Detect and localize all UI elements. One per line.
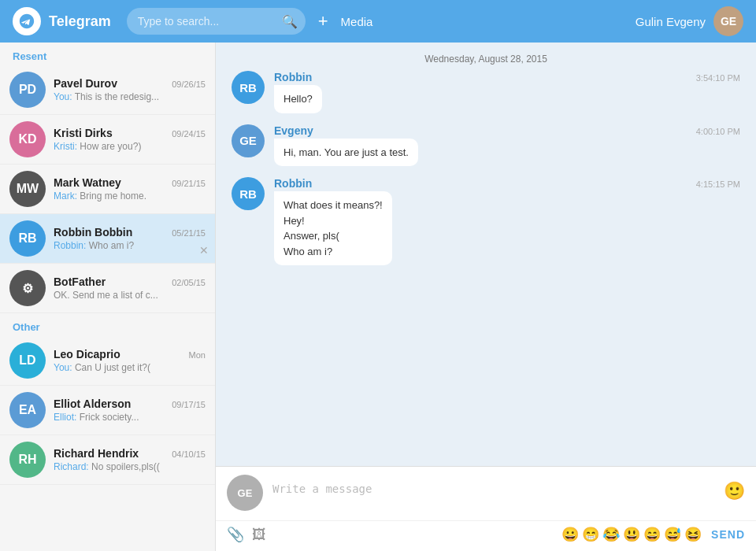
chat-input-area: GE 🙂 📎 🖼 😀😁😂😃😄😅😆 SEND xyxy=(216,466,756,551)
chat-item-pavel-durov[interactable]: PDPavel Durov09/26/15You: This is the re… xyxy=(0,65,215,115)
chat-date: 09/21/15 xyxy=(172,179,206,188)
chat-name: Mark Watney xyxy=(54,176,121,189)
other-chats-list: LDLeo DicaprioMonYou: Can U just get it?… xyxy=(0,336,215,485)
chat-name: Elliot Alderson xyxy=(54,398,131,410)
input-bottom: 📎 🖼 😀😁😂😃😄😅😆 SEND xyxy=(216,520,756,551)
message-msg3: RBRobbin4:15:15 PMWhat does it means?!He… xyxy=(232,177,740,265)
recent-chats-list: PDPavel Durov09/26/15You: This is the re… xyxy=(0,65,215,313)
message-sender: Evgeny xyxy=(274,124,313,137)
chat-item-mark-watney[interactable]: MWMark Watney09/21/15Mark: Bring me home… xyxy=(0,165,215,214)
emoji-item[interactable]: 😁 xyxy=(582,526,599,543)
close-chat-button[interactable]: ✕ xyxy=(199,244,209,257)
chat-preview: Richard: No spoilers,pls(( xyxy=(54,461,206,472)
chat-date: 09/24/15 xyxy=(172,129,206,139)
input-sender-avatar: GE xyxy=(227,475,263,511)
chat-date: 04/10/15 xyxy=(172,449,206,459)
emoji-item[interactable]: 😂 xyxy=(602,526,620,543)
emoji-item[interactable]: 😄 xyxy=(643,526,661,543)
search-icon[interactable]: 🔍 xyxy=(282,14,298,29)
chat-avatar: PD xyxy=(9,72,46,108)
chat-avatar: RH xyxy=(9,442,46,478)
messages-container: RBRobbin3:54:10 PMHello?GEEvgeny4:00:10 … xyxy=(216,71,756,466)
message-msg2: GEEvgeny4:00:10 PMHi, man. You are just … xyxy=(232,124,740,167)
chat-date: 05/21/15 xyxy=(172,228,206,238)
chat-name: Leo Dicaprio xyxy=(54,348,120,361)
chat-name: Robbin Bobbin xyxy=(54,226,132,239)
emoji-item[interactable]: 😆 xyxy=(684,526,702,543)
chat-item-richard-hendrix[interactable]: RHRichard Hendrix04/10/15Richard: No spo… xyxy=(0,435,215,485)
attach-button[interactable]: 📎 xyxy=(227,526,244,543)
chat-preview: OK. Send me a list of c... xyxy=(54,290,206,301)
emoji-item[interactable]: 😅 xyxy=(664,526,681,543)
emoji-item[interactable]: 😃 xyxy=(623,526,640,543)
send-button[interactable]: SEND xyxy=(711,528,745,541)
chat-avatar: ⚙ xyxy=(9,270,46,306)
message-input[interactable] xyxy=(272,475,724,516)
chat-preview: You: This is the redesig... xyxy=(54,91,206,102)
chat-preview: Mark: Bring me home. xyxy=(54,190,206,202)
chat-avatar: KD xyxy=(9,121,46,157)
recent-label: Resent xyxy=(0,43,215,65)
app-name: Telegram xyxy=(49,13,111,30)
chat-date: 02/05/15 xyxy=(172,278,206,287)
chat-item-robbin-bobbin[interactable]: RBRobbin Bobbin05/21/15Robbin: Who am i?… xyxy=(0,214,215,264)
message-time: 4:15:15 PM xyxy=(696,179,740,189)
main-layout: Resent PDPavel Durov09/26/15You: This is… xyxy=(0,43,756,551)
search-input[interactable] xyxy=(127,8,306,35)
chat-avatar: EA xyxy=(9,392,46,428)
message-body: Robbin4:15:15 PMWhat does it means?!Hey!… xyxy=(274,177,740,265)
app-header: Telegram 🔍 + Media Gulin Evgeny GE xyxy=(0,0,756,43)
chat-date: 09/17/15 xyxy=(172,400,206,409)
chat-preview: Elliot: Frick society... xyxy=(54,412,206,423)
app-logo xyxy=(13,7,41,35)
other-label: Other xyxy=(0,313,215,336)
message-time: 3:54:10 PM xyxy=(696,73,740,83)
chat-avatar: RB xyxy=(9,220,46,257)
message-time: 4:00:10 PM xyxy=(696,127,740,136)
chat-date: 09/26/15 xyxy=(172,80,206,89)
chat-avatar: MW xyxy=(9,171,46,207)
emoji-item[interactable]: 😀 xyxy=(561,526,579,543)
chat-item-leo-dicaprio[interactable]: LDLeo DicaprioMonYou: Can U just get it?… xyxy=(0,336,215,386)
chat-item-kristi-dirks[interactable]: KDKristi Dirks09/24/15Kristi: How are yo… xyxy=(0,115,215,165)
message-body: Robbin3:54:10 PMHello? xyxy=(274,71,740,113)
chat-item-botfather[interactable]: ⚙BotFather02/05/15OK. Send me a list of … xyxy=(0,264,215,313)
message-bubble: Hi, man. You are just a test. xyxy=(274,139,418,167)
search-wrapper: 🔍 xyxy=(127,8,306,35)
chat-name: Kristi Dirks xyxy=(54,127,113,139)
user-name: Gulin Evgeny xyxy=(636,15,706,28)
message-bubble: Hello? xyxy=(274,85,322,113)
chat-date: Mon xyxy=(189,350,206,360)
input-top: GE 🙂 xyxy=(216,467,756,520)
chat-preview: You: Can U just get it?( xyxy=(54,362,206,373)
message-bubble: What does it means?!Hey!Answer, pls(Who … xyxy=(274,191,392,265)
message-body: Evgeny4:00:10 PMHi, man. You are just a … xyxy=(274,124,740,167)
media-button[interactable]: Media xyxy=(341,15,373,28)
chat-avatar: LD xyxy=(9,342,46,379)
add-button[interactable]: + xyxy=(318,13,328,30)
chat-item-elliot-alderson[interactable]: EAElliot Alderson09/17/15Elliot: Frick s… xyxy=(0,386,215,435)
avatar[interactable]: GE xyxy=(713,6,743,36)
sidebar: Resent PDPavel Durov09/26/15You: This is… xyxy=(0,43,216,551)
message-sender: Robbin xyxy=(274,177,312,190)
emoji-row: 😀😁😂😃😄😅😆 xyxy=(561,526,702,543)
chat-preview: Kristi: How are you?) xyxy=(54,141,206,152)
message-sender: Robbin xyxy=(274,71,312,83)
chat-area: Wednesday, August 28, 2015 RBRobbin3:54:… xyxy=(216,43,756,551)
chat-name: Richard Hendrix xyxy=(54,447,139,460)
date-divider: Wednesday, August 28, 2015 xyxy=(216,43,756,71)
chat-name: BotFather xyxy=(54,276,106,288)
message-avatar: RB xyxy=(232,177,265,210)
message-avatar: RB xyxy=(232,71,265,104)
chat-preview: Robbin: Who am i? xyxy=(54,240,206,251)
chat-name: Pavel Durov xyxy=(54,77,117,90)
message-avatar: GE xyxy=(232,124,265,157)
message-msg1: RBRobbin3:54:10 PMHello? xyxy=(232,71,740,113)
emoji-button-top[interactable]: 🙂 xyxy=(724,481,745,501)
image-button[interactable]: 🖼 xyxy=(252,527,266,543)
